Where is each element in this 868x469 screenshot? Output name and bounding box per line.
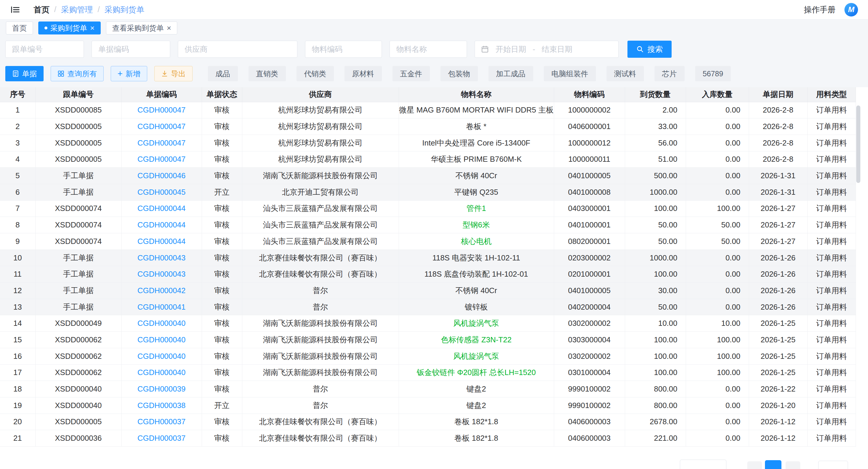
user-avatar[interactable]: M (844, 3, 858, 17)
category-button[interactable]: 包装物 (440, 66, 478, 81)
cell-index: 16 (0, 348, 35, 364)
prev-page-button[interactable] (747, 461, 762, 469)
page-size-select[interactable] (680, 460, 726, 469)
cell-doc-code-link[interactable]: CGDH000047 (121, 135, 202, 151)
breadcrumb-purchase-mgmt[interactable]: 采购管理 (61, 4, 93, 15)
active-page-button[interactable] (765, 460, 781, 469)
cell-doc-code-link[interactable]: CGDH000037 (121, 414, 202, 430)
table-row[interactable]: 6手工单据CGDH000045开立北京开迪工贸有限公司平键钢 Q23504010… (0, 184, 856, 200)
cell-doc-date: 2026-1-12 (749, 430, 807, 447)
table-row[interactable]: 9XSDD000074CGDH000044审核汕头市三辰蓝猫产品发展有限公司核心… (0, 233, 856, 250)
table-row[interactable]: 16XSDD000062CGDH000040审核湖南飞沃新能源科技股份有限公司风… (0, 348, 856, 364)
table-row[interactable]: 12手工单据CGDH000042审核普尔不锈钢 40Cr040100000530… (0, 283, 856, 299)
close-icon[interactable]: × (167, 24, 171, 32)
table-row[interactable]: 15XSDD000062CGDH000040审核湖南飞沃新能源科技股份有限公司色… (0, 332, 856, 348)
add-button[interactable]: + 新增 (111, 66, 147, 81)
cell-doc-code-link[interactable]: CGDH000040 (121, 315, 202, 332)
cell-inbound-qty: 0.00 (686, 151, 749, 168)
tab-view-purchase-arrival[interactable]: 查看采购到货单 × (106, 22, 177, 34)
cell-inbound-qty: 0.00 (686, 299, 749, 315)
cell-supplier: 汕头市三辰蓝猫产品发展有限公司 (242, 233, 399, 250)
tab-purchase-arrival[interactable]: 采购到货单 × (38, 22, 101, 34)
page-jump-input[interactable] (818, 461, 848, 469)
operation-manual-link[interactable]: 操作手册 (804, 4, 836, 15)
cell-doc-code-link[interactable]: CGDH000042 (121, 283, 202, 299)
close-icon[interactable]: × (90, 24, 94, 32)
table-row[interactable]: 1XSDD000085CGDH000047审核杭州彩球坊贸易有限公司微星 MAG… (0, 102, 856, 118)
category-button[interactable]: 测试料 (607, 66, 644, 81)
cell-doc-code-link[interactable]: CGDH000043 (121, 250, 202, 266)
category-button[interactable]: 五金件 (393, 66, 430, 81)
cell-usage-type: 订单用料 (807, 332, 856, 348)
cell-doc-code-link[interactable]: CGDH000047 (121, 151, 202, 168)
table-row[interactable]: 14XSDD000049CGDH000040审核湖南飞沃新能源科技股份有限公司风… (0, 315, 856, 332)
category-button[interactable]: 加工成品 (489, 66, 533, 81)
filter-bar: 开始日期 - 结束日期 搜索 (0, 36, 868, 58)
cell-doc-code-link[interactable]: CGDH000040 (121, 348, 202, 364)
category-button[interactable]: 直销类 (248, 66, 286, 81)
item-name-input[interactable] (390, 41, 467, 58)
breadcrumb-home[interactable]: 首页 (34, 4, 50, 15)
cell-doc-code-link[interactable]: CGDH000045 (121, 184, 202, 200)
cell-status: 审核 (202, 266, 242, 283)
category-button[interactable]: 56789 (695, 66, 731, 81)
tab-home[interactable]: 首页 (6, 22, 33, 34)
scrollbar-thumb[interactable] (856, 106, 860, 183)
sidebar-collapse-icon[interactable] (10, 4, 21, 15)
table-row[interactable]: 17XSDD000062CGDH000040审核湖南飞沃新能源科技股份有限公司钣… (0, 364, 856, 381)
table-row[interactable]: 8XSDD000074CGDH000044审核汕头市三辰蓝猫产品发展有限公司型钢… (0, 217, 856, 233)
order-no-input[interactable] (5, 41, 84, 58)
table-row[interactable]: 13手工单据CGDH000041审核普尔镀锌板040200000450.000.… (0, 299, 856, 315)
table-row[interactable]: 4XSDD000005CGDH000047审核杭州彩球坊贸易有限公司华硕主板 P… (0, 151, 856, 168)
category-button[interactable]: 原材料 (344, 66, 382, 81)
category-button[interactable]: 电脑组装件 (544, 66, 596, 81)
table-row[interactable]: 3XSDD000005CGDH000047审核杭州彩球坊贸易有限公司Intel中… (0, 135, 856, 151)
cell-arrival-qty: 100.00 (625, 266, 686, 283)
cell-doc-code-link[interactable]: CGDH000037 (121, 430, 202, 447)
cell-doc-code-link[interactable]: CGDH000041 (121, 299, 202, 315)
table-row[interactable]: 20XSDD000005CGDH000037审核北京赛佳味餐饮有限公司（赛百味）… (0, 414, 856, 430)
supplier-input[interactable] (178, 41, 298, 58)
next-page-button[interactable] (785, 461, 800, 469)
vertical-scrollbar[interactable] (856, 102, 861, 433)
cell-doc-code-link[interactable]: CGDH000044 (121, 200, 202, 217)
cell-doc-code-link[interactable]: CGDH000038 (121, 397, 202, 414)
cell-doc-code-link[interactable]: CGDH000044 (121, 233, 202, 250)
table-row[interactable]: 19XSDD000040CGDH000038开立普尔键盘299901000028… (0, 397, 856, 414)
cell-doc-code-link[interactable]: CGDH000047 (121, 118, 202, 135)
search-button[interactable]: 搜索 (627, 41, 672, 58)
cell-doc-code-link[interactable]: CGDH000044 (121, 217, 202, 233)
cell-item-code: 0401000001 (554, 217, 625, 233)
breadcrumb-purchase-arrival[interactable]: 采购到货单 (104, 4, 144, 15)
table-row[interactable]: 21XSDD000036CGDH000037审核北京赛佳味餐饮有限公司（赛百味）… (0, 430, 856, 447)
cell-doc-code-link[interactable]: CGDH000039 (121, 381, 202, 398)
query-all-button[interactable]: 查询所有 (51, 66, 104, 81)
export-icon (161, 70, 168, 77)
category-button[interactable]: 代销类 (297, 66, 334, 81)
table-row[interactable]: 11手工单据CGDH000043审核北京赛佳味餐饮有限公司（赛百味）118S 底… (0, 266, 856, 283)
table-row[interactable]: 2XSDD000005CGDH000047审核杭州彩球坊贸易有限公司卷板 *04… (0, 118, 856, 135)
cell-doc-code-link[interactable]: CGDH000040 (121, 364, 202, 381)
cell-doc-code-link[interactable]: CGDH000040 (121, 332, 202, 348)
doc-code-input[interactable] (92, 41, 170, 58)
cell-inbound-qty: 50.00 (686, 233, 749, 250)
cell-doc-code-link[interactable]: CGDH000047 (121, 102, 202, 118)
search-icon (636, 46, 644, 53)
category-button[interactable]: 成品 (208, 66, 238, 81)
cell-doc-code-link[interactable]: CGDH000043 (121, 266, 202, 283)
document-button[interactable]: 单据 (5, 66, 43, 81)
table-row[interactable]: 10手工单据CGDH000043审核北京赛佳味餐饮有限公司（赛百味）118S 电… (0, 250, 856, 266)
category-button[interactable]: 芯片 (654, 66, 685, 81)
cell-status: 审核 (202, 168, 242, 184)
table-row[interactable]: 5手工单据CGDH000046审核湖南飞沃新能源科技股份有限公司不锈钢 40Cr… (0, 168, 856, 184)
table-row[interactable]: 18XSDD000040CGDH000039审核普尔键盘299901000028… (0, 381, 856, 398)
cell-doc-code-link[interactable]: CGDH000046 (121, 168, 202, 184)
table-body: 1XSDD000085CGDH000047审核杭州彩球坊贸易有限公司微星 MAG… (0, 102, 856, 446)
item-code-input[interactable] (305, 41, 382, 58)
cell-arrival-qty: 10.00 (625, 315, 686, 332)
table-row[interactable]: 7XSDD000074CGDH000044审核汕头市三辰蓝猫产品发展有限公司管件… (0, 200, 856, 217)
export-button[interactable]: 导出 (154, 66, 192, 81)
cell-usage-type: 订单用料 (807, 414, 856, 430)
date-range-picker[interactable]: 开始日期 - 结束日期 (475, 41, 619, 58)
cell-doc-date: 2026-2-8 (749, 118, 807, 135)
